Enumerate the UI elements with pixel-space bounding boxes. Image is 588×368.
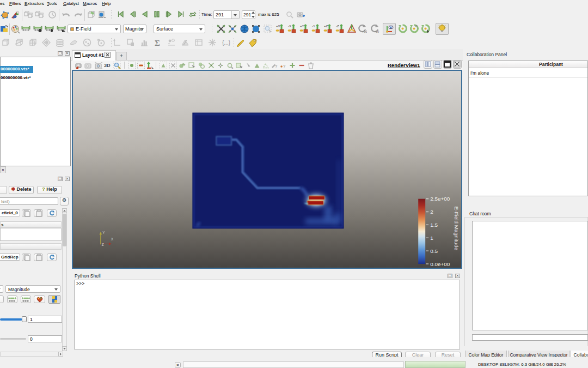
svg-text:Y: Y: [102, 231, 105, 234]
svg-text:X: X: [111, 237, 114, 241]
svg-text:2.5e+00: 2.5e+00: [430, 196, 450, 202]
svg-text:E-Field Magnitude: E-Field Magnitude: [454, 207, 460, 251]
svg-text:1.5: 1.5: [430, 222, 438, 228]
svg-text:-Z: -Z: [336, 25, 339, 28]
svg-text:0.0e+00: 0.0e+00: [430, 261, 450, 267]
svg-text:2: 2: [430, 209, 433, 215]
svg-text:+Y: +Y: [300, 25, 304, 28]
svg-text:{...}: {...}: [222, 40, 230, 46]
svg-text:0.5: 0.5: [430, 248, 438, 254]
svg-text:+X: +X: [276, 25, 280, 28]
svg-text:Σ: Σ: [155, 39, 160, 47]
svg-text:?: ?: [283, 64, 285, 69]
svg-text:?: ?: [275, 64, 277, 69]
svg-text:-X: -X: [288, 25, 291, 28]
svg-text:1: 1: [430, 235, 433, 241]
svg-text:+90: +90: [362, 30, 367, 33]
svg-text:-Y: -Y: [312, 25, 315, 28]
svg-text:-90: -90: [375, 30, 379, 33]
svg-text:Z: Z: [102, 243, 104, 246]
svg-text:+Z: +Z: [324, 25, 328, 28]
